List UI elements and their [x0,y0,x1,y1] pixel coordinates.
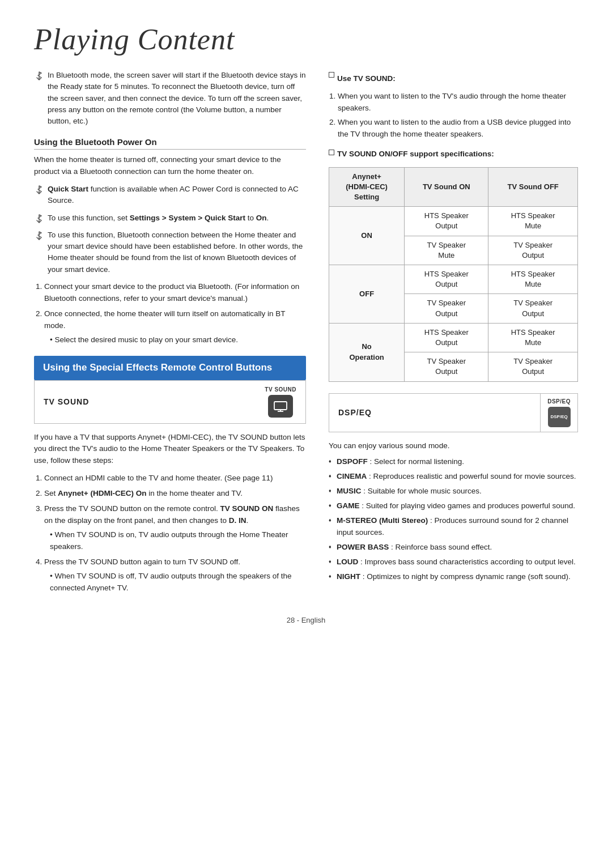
step-1: Connect your smart device to the product… [44,281,306,305]
use-tv-heading-row: Use TV SOUND: [329,72,578,87]
step-1-text: Connect your smart device to the product… [44,282,299,303]
table-square-icon [329,150,334,155]
use-tv-item-2: When you want to listen to the audio fro… [338,117,578,141]
bluetooth-icon-1 [34,185,44,195]
use-tv-heading: Use TV SOUND: [337,74,396,83]
off-tv-on: TV SpeakerOutput [405,294,488,323]
page: Playing Content In Bluetooth mode, the s… [0,0,612,868]
two-column-layout: In Bluetooth mode, the screen saver will… [34,70,578,599]
bluetooth-bullet-3: To use this function, Bluetooth connecti… [34,229,306,275]
bluetooth-bullet-3-text: To use this function, Bluetooth connecti… [48,229,306,275]
page-title: Playing Content [34,23,578,56]
off-hts-on: HTS SpeakerOutput [405,265,488,294]
tv-sound-icon [268,395,293,418]
tv-sound-description: If you have a TV that supports Anynet+ (… [34,432,306,467]
tv-sound-label: TV SOUND [44,397,89,406]
noop-hts-off: HTS SpeakerMute [488,323,578,352]
feature-key-night: NIGHT [337,572,360,581]
table-row-noop-1: NoOperation HTS SpeakerOutput HTS Speake… [329,323,578,352]
numbered-steps: Connect your smart device to the product… [34,281,306,346]
tv-step-3: Press the TV SOUND button on the remote … [44,503,306,553]
on-tv-on: TV SpeakerMute [405,236,488,265]
page-number: 28 - English [287,616,326,624]
tv-step-1: Connect an HDMI cable to the TV and home… [44,473,306,484]
bluetooth-icon [34,71,44,81]
bluetooth-intro-bullet: In Bluetooth mode, the screen saver will… [34,70,306,127]
col-header-3: TV Sound OFF [488,167,578,207]
svg-rect-0 [274,402,287,410]
feature-key-mstereo: M-STEREO (Multi Stereo) [337,516,428,525]
feature-key-music: MUSIC [337,487,362,495]
dspeq-button[interactable]: DSP/EQ DSP/EQ [540,394,577,432]
tv-step-4-bullet-1: When TV SOUND is off, TV audio outputs t… [50,571,306,594]
off-header: OFF [329,265,405,324]
square-icon [329,72,334,78]
dspeq-row: DSP/EQ DSP/EQ DSP/EQ [329,393,578,432]
dspeq-icon-text: DSP/EQ [550,414,567,419]
bluetooth-icon-2 [34,214,44,224]
feature-key-powerbass: POWER BASS [337,543,389,551]
feature-cinema: CINEMA : Reproduces realistic and powerf… [329,471,578,483]
special-effects-box: Using the Special Effects Remote Control… [34,356,306,380]
left-column: In Bluetooth mode, the screen saver will… [34,70,306,599]
bluetooth-bullet-2: To use this function, set Settings > Sys… [34,212,306,224]
bluetooth-bullet-1-text: Quick Start function is available when A… [48,184,306,207]
special-effects-title: Using the Special Effects Remote Control… [43,362,272,373]
tv-step-2: Set Anynet+ (HDMI-CEC) On in the home th… [44,488,306,500]
use-tv-list: When you want to listen to the TV's audi… [329,91,578,141]
tv-step-4-subbullets: When TV SOUND is off, TV audio outputs t… [44,571,306,594]
bluetooth-bullet-1: Quick Start function is available when A… [34,184,306,207]
on-tv-off: TV SpeakerOutput [488,236,578,265]
table-heading: TV SOUND ON/OFF support specifications: [337,150,494,158]
tv-sound-row: TV SOUND TV SOUND [34,380,306,424]
feature-powerbass: POWER BASS : Reinforce bass sound effect… [329,542,578,554]
off-hts-off: HTS SpeakerMute [488,265,578,294]
feature-music: MUSIC : Suitable for whole music sources… [329,486,578,497]
use-tv-item-1: When you want to listen to the TV's audi… [338,91,578,114]
step-2-subbullets: Select the desired music to play on your… [44,334,306,346]
step-2: Once connected, the home theater will tu… [44,308,306,346]
feature-list: DSPOFF : Select for normal listening. CI… [329,456,578,582]
on-hts-off: HTS SpeakerMute [488,207,578,236]
tv-sound-button[interactable]: TV SOUND [265,386,296,418]
tv-step-3-subbullets: When TV SOUND is on, TV audio outputs th… [44,529,306,553]
right-column: Use TV SOUND: When you want to listen to… [329,70,578,599]
sound-table: Anynet+(HDMI-CEC)Setting TV Sound ON TV … [329,167,578,382]
feature-night: NIGHT : Optimizes to night by compress d… [329,571,578,583]
on-header: ON [329,207,405,265]
noop-tv-on: TV SpeakerOutput [405,352,488,381]
noop-hts-on: HTS SpeakerOutput [405,323,488,352]
feature-key-game: GAME [337,501,360,510]
col-header-1: Anynet+(HDMI-CEC)Setting [329,167,405,207]
dspeq-button-label: DSP/EQ [547,398,571,405]
bluetooth-intro-paragraph: When the home theater is turned off, con… [34,154,306,178]
tv-step-3-bullet-1: When TV SOUND is on, TV audio outputs th… [50,529,306,553]
dspeq-btn-icon: DSP/EQ [548,407,571,427]
bluetooth-icon-3 [34,231,44,241]
page-footer: 28 - English [34,616,578,624]
feature-game: GAME : Suited for playing video games an… [329,500,578,512]
off-tv-off: TV SpeakerOutput [488,294,578,323]
noop-tv-off: TV SpeakerOutput [488,352,578,381]
enjoy-text: You can enjoy various sound mode. [329,440,578,452]
bluetooth-intro-text: In Bluetooth mode, the screen saver will… [48,70,306,127]
feature-key-dspoff: DSPOFF [337,457,368,466]
on-hts-on: HTS SpeakerOutput [405,207,488,236]
bluetooth-heading: Using the Bluetooth Power On [34,137,306,150]
feature-loud: LOUD : Improves bass sound characteristi… [329,556,578,568]
noop-header: NoOperation [329,323,405,381]
quick-start-bold: Quick Start [48,185,88,193]
step-2-text: Once connected, the home theater will tu… [44,309,285,330]
feature-dspoff: DSPOFF : Select for normal listening. [329,456,578,468]
table-row-off-1: OFF HTS SpeakerOutput HTS SpeakerMute [329,265,578,294]
feature-key-loud: LOUD [337,558,358,566]
feature-key-cinema: CINEMA [337,472,367,480]
tv-sound-button-label: TV SOUND [265,386,296,393]
table-heading-row: TV SOUND ON/OFF support specifications: [329,150,578,163]
tv-step-4: Press the TV SOUND button again to turn … [44,556,306,594]
dspeq-label: DSP/EQ [329,401,540,424]
col-header-2: TV Sound ON [405,167,488,207]
table-row-on-1: ON HTS SpeakerOutput HTS SpeakerMute [329,207,578,236]
bluetooth-bullet-2-text: To use this function, set Settings > Sys… [48,212,306,224]
step-2-bullet-1: Select the desired music to play on your… [50,334,306,346]
